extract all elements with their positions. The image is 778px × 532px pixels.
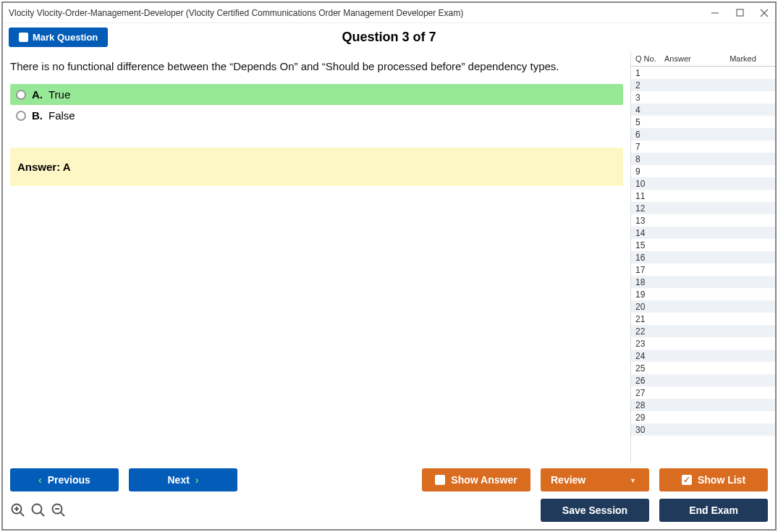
question-list-row[interactable]: 5 (631, 116, 775, 128)
header-row: Mark Question Question 3 of 7 (3, 23, 775, 51)
question-list-row[interactable]: 23 (631, 337, 775, 350)
content-row: There is no functional difference betwee… (3, 51, 775, 463)
row-qno: 15 (635, 240, 664, 250)
checkbox-icon (435, 475, 445, 485)
col-header-marked: Marked (715, 54, 771, 63)
zoom-reset-icon[interactable] (30, 502, 46, 518)
row-qno: 6 (635, 130, 664, 140)
minimize-icon[interactable] (710, 8, 720, 18)
row-qno: 17 (635, 265, 664, 275)
option-letter: A. (32, 88, 43, 101)
question-list[interactable]: 1234567891011121314151617181920212223242… (631, 67, 775, 463)
next-button[interactable]: Next › (129, 468, 237, 491)
question-list-row[interactable]: 20 (631, 300, 775, 313)
question-list-row[interactable]: 19 (631, 288, 775, 300)
svg-rect-1 (737, 9, 743, 16)
option-b[interactable]: B. False (10, 105, 623, 126)
mark-question-label: Mark Question (33, 32, 98, 43)
row-qno: 20 (635, 302, 664, 312)
svg-line-11 (61, 512, 64, 516)
question-list-row[interactable]: 6 (631, 128, 775, 140)
row-qno: 7 (635, 142, 664, 152)
side-panel: Q No. Answer Marked 12345678910111213141… (630, 51, 775, 463)
question-list-row[interactable]: 25 (631, 362, 775, 374)
question-list-row[interactable]: 16 (631, 251, 775, 263)
row-qno: 16 (635, 253, 664, 263)
show-list-label: Show List (698, 474, 745, 486)
col-header-qno: Q No. (635, 54, 664, 63)
previous-label: Previous (48, 474, 90, 486)
row-qno: 27 (635, 388, 664, 398)
question-list-row[interactable]: 21 (631, 313, 775, 325)
end-exam-label: End Exam (689, 504, 738, 516)
svg-line-9 (41, 512, 44, 516)
show-list-button[interactable]: ✓ Show List (659, 468, 768, 491)
save-session-button[interactable]: Save Session (541, 499, 649, 522)
chevron-right-icon: › (195, 474, 199, 486)
col-header-answer: Answer (664, 54, 715, 63)
checkbox-icon (19, 33, 28, 42)
svg-point-8 (33, 504, 42, 514)
maximize-icon[interactable] (735, 8, 745, 18)
save-session-label: Save Session (562, 504, 627, 516)
row-qno: 2 (635, 80, 664, 90)
row-qno: 9 (635, 166, 664, 177)
end-exam-button[interactable]: End Exam (659, 499, 768, 522)
question-list-row[interactable]: 4 (631, 104, 775, 116)
question-list-row[interactable]: 28 (631, 399, 775, 411)
question-list-row[interactable]: 14 (631, 227, 775, 239)
review-label: Review (551, 474, 585, 486)
row-qno: 28 (635, 400, 664, 410)
close-icon[interactable] (759, 8, 769, 18)
question-list-row[interactable]: 8 (631, 153, 775, 165)
question-list-row[interactable]: 22 (631, 325, 775, 337)
question-list-row[interactable]: 18 (631, 276, 775, 288)
question-list-row[interactable]: 7 (631, 140, 775, 153)
question-list-row[interactable]: 10 (631, 177, 775, 190)
row-qno: 23 (635, 339, 664, 349)
row-qno: 3 (635, 93, 664, 103)
answer-label: Answer: A (17, 161, 71, 173)
question-list-row[interactable]: 9 (631, 165, 775, 177)
option-letter: B. (32, 109, 43, 122)
options-list: A. TrueB. False (10, 84, 623, 126)
zoom-in-icon[interactable] (10, 502, 26, 518)
show-answer-button[interactable]: Show Answer (422, 468, 530, 491)
next-label: Next (167, 474, 189, 486)
row-qno: 18 (635, 277, 664, 287)
answer-box: Answer: A (10, 148, 623, 186)
question-list-row[interactable]: 27 (631, 387, 775, 399)
chevron-left-icon: ‹ (38, 474, 42, 486)
question-list-row[interactable]: 12 (631, 202, 775, 214)
question-list-row[interactable]: 15 (631, 239, 775, 251)
question-list-row[interactable]: 2 (631, 79, 775, 91)
row-qno: 13 (635, 216, 664, 226)
question-list-row[interactable]: 3 (631, 91, 775, 104)
row-qno: 22 (635, 326, 664, 337)
row-qno: 29 (635, 413, 664, 423)
svg-line-5 (20, 512, 24, 516)
show-answer-label: Show Answer (451, 474, 517, 486)
question-list-row[interactable]: 24 (631, 350, 775, 362)
previous-button[interactable]: ‹ Previous (10, 468, 119, 491)
row-qno: 11 (635, 191, 664, 201)
option-a[interactable]: A. True (10, 84, 623, 105)
question-list-row[interactable]: 30 (631, 423, 775, 436)
question-list-row[interactable]: 1 (631, 67, 775, 79)
mark-question-button[interactable]: Mark Question (9, 28, 108, 47)
row-qno: 30 (635, 425, 664, 435)
option-text: False (48, 109, 75, 122)
question-list-row[interactable]: 11 (631, 190, 775, 202)
question-list-row[interactable]: 29 (631, 411, 775, 423)
question-list-row[interactable]: 17 (631, 263, 775, 276)
window-controls (710, 8, 769, 18)
review-button[interactable]: Review ▾ (541, 468, 649, 491)
question-list-row[interactable]: 26 (631, 374, 775, 387)
titlebar: Vlocity Vlocity-Order-Management-Develop… (3, 3, 775, 23)
side-header: Q No. Answer Marked (631, 51, 775, 67)
question-list-row[interactable]: 13 (631, 214, 775, 227)
footer: ‹ Previous Next › Show Answer Review ▾ ✓… (3, 463, 775, 529)
row-qno: 21 (635, 314, 664, 324)
question-text: There is no functional difference betwee… (10, 60, 623, 72)
zoom-out-icon[interactable] (51, 502, 67, 518)
